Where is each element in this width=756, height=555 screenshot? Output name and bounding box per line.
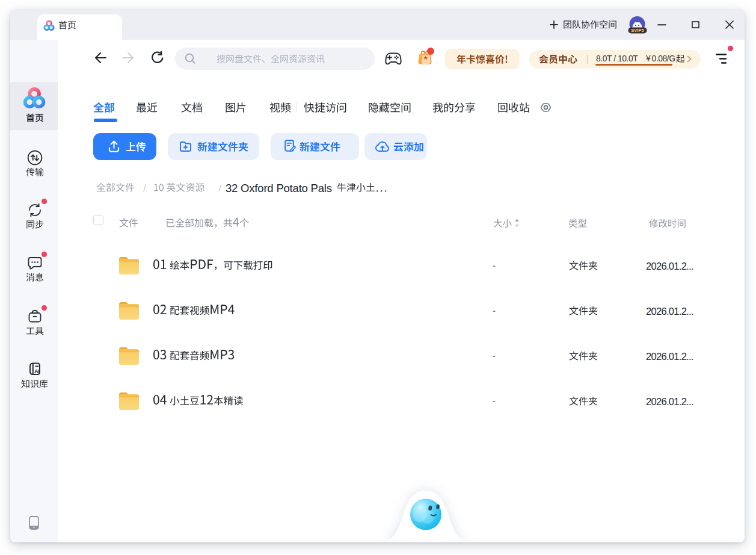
svg-text:SVIP5: SVIP5: [631, 28, 644, 33]
svg-text:AI: AI: [34, 368, 39, 374]
